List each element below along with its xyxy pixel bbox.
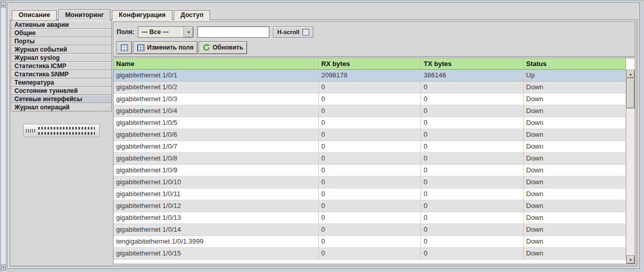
cell-tx: 0 (421, 93, 524, 105)
sidebar-item-active-alarms[interactable]: Активные аварии (11, 20, 112, 29)
table-row[interactable]: tengigabitethernet 1/0/1.399900Down (114, 235, 626, 247)
cell-rx: 0 (318, 200, 421, 212)
scroll-up-button[interactable]: ▲ (626, 70, 635, 78)
sidebar-item-tunnels-state[interactable]: Состояние туннелей (11, 86, 112, 95)
arrow-up-icon: ▲ (629, 72, 633, 76)
table-row[interactable]: gigabitethernet 1/0/200Down (114, 81, 626, 93)
sidebar-item-operations-log[interactable]: Журнал операций (11, 103, 112, 111)
sidebar-list: Активные аварииОбщиеПортыЖурнал событийЖ… (11, 20, 112, 111)
table-row[interactable]: gigabitethernet 1/0/400Down (114, 105, 626, 117)
column-header[interactable]: TX bytes (421, 58, 524, 69)
table-row[interactable]: gigabitethernet 1/0/1500Down (114, 247, 626, 259)
cell-name: gigabitethernet 1/0/11 (114, 188, 318, 200)
sidebar-item-ports[interactable]: Порты (11, 37, 112, 45)
cell-status: Down (523, 140, 626, 152)
cell-name: gigabitethernet 1/0/12 (114, 200, 318, 212)
outer-scroll-up-button[interactable]: ▲ (1, 2, 6, 8)
cell-rx: 0 (318, 152, 421, 164)
cell-tx: 0 (421, 235, 524, 247)
tab-bar: ОписаниеМониторингКонфигурацияДоступ (12, 9, 210, 20)
cell-tx: 0 (421, 152, 524, 164)
cell-name: gigabitethernet 1/0/3 (114, 93, 318, 105)
arrow-down-icon: ▼ (2, 266, 5, 269)
hscroll-group: H-scroll (273, 26, 313, 38)
filter-row: Поля: --- Все --- ▼ H-scroll (117, 25, 632, 39)
switch-ports-graphic (26, 129, 35, 133)
edit-fields-button[interactable]: Изменить поля (133, 41, 198, 54)
table-row[interactable]: gigabitethernet 1/0/1100Down (114, 188, 626, 200)
column-header[interactable]: Status (523, 58, 626, 69)
tab-monitoring[interactable]: Мониторинг (58, 9, 110, 21)
table-row[interactable]: gigabitethernet 1/0/1200Down (114, 200, 626, 212)
cell-rx: 0 (318, 212, 421, 223)
sidebar-item-icmp-stats[interactable]: Статистика ICMP (11, 61, 112, 70)
cell-status: Down (523, 93, 626, 105)
cell-rx: 0 (318, 81, 421, 93)
interface-table-body: gigabitethernet 1/0/12098178386146Upgiga… (114, 69, 626, 259)
cell-rx: 0 (318, 223, 421, 235)
table-row[interactable]: gigabitethernet 1/0/12098178386146Up (114, 69, 626, 81)
sidebar-item-general[interactable]: Общие (11, 28, 112, 37)
scroll-down-button[interactable]: ▼ (626, 255, 635, 264)
hscroll-label: H-scroll (277, 29, 299, 35)
table-row[interactable]: gigabitethernet 1/0/1000Down (114, 176, 626, 188)
table-row[interactable]: gigabitethernet 1/0/800Down (114, 152, 626, 164)
controls-panel: Поля: --- Все --- ▼ H-scroll (113, 22, 635, 57)
cell-name: gigabitethernet 1/0/6 (114, 129, 318, 140)
cell-status: Down (523, 105, 626, 117)
cell-status: Down (523, 81, 626, 93)
refresh-button-label: Обновить (213, 44, 243, 51)
tab-access[interactable]: Доступ (174, 10, 210, 20)
cell-name: gigabitethernet 1/0/14 (114, 223, 318, 235)
cell-name: gigabitethernet 1/0/1 (114, 69, 318, 81)
tab-configuration[interactable]: Конфигурация (112, 10, 172, 20)
cell-tx: 0 (421, 129, 524, 140)
network-interfaces-view: Поля: --- Все --- ▼ H-scroll (112, 20, 637, 266)
chevron-down-icon[interactable]: ▼ (184, 27, 193, 37)
cell-name: gigabitethernet 1/0/13 (114, 212, 318, 223)
sidebar-item-event-log[interactable]: Журнал событий (11, 45, 112, 54)
cell-status: Down (523, 200, 626, 212)
cell-rx: 0 (318, 105, 421, 117)
table-row[interactable]: gigabitethernet 1/0/700Down (114, 140, 626, 152)
cell-rx: 0 (318, 129, 421, 140)
outer-vertical-scrollbar[interactable]: ▲ ▼ (1, 2, 6, 270)
sidebar-item-syslog[interactable]: Журнал syslog (11, 53, 112, 62)
sidebar-item-network-interfaces[interactable]: Сетевые интерфейсы (11, 94, 112, 103)
cell-status: Down (523, 212, 626, 223)
column-header[interactable]: RX bytes (318, 58, 421, 69)
table-row[interactable]: gigabitethernet 1/0/1300Down (114, 212, 626, 223)
cell-rx: 0 (318, 176, 421, 188)
cell-tx: 386146 (421, 69, 524, 81)
hscroll-checkbox[interactable] (302, 29, 309, 36)
edit-fields-button-label: Изменить поля (147, 44, 194, 51)
cell-tx: 0 (421, 200, 524, 212)
cell-tx: 0 (421, 164, 524, 176)
cell-rx: 0 (318, 140, 421, 152)
sidebar-item-snmp-stats[interactable]: Статистика SNMP (11, 70, 112, 78)
cell-tx: 0 (421, 81, 524, 93)
cell-name: gigabitethernet 1/0/7 (114, 140, 318, 152)
filter-input[interactable] (197, 26, 269, 38)
table-row[interactable]: gigabitethernet 1/0/500Down (114, 117, 626, 129)
refresh-button[interactable]: Обновить (199, 41, 247, 54)
table-row[interactable]: gigabitethernet 1/0/900Down (114, 164, 626, 176)
column-header[interactable]: Name (114, 58, 318, 69)
table-vertical-scrollbar[interactable]: ▲ ▼ (626, 70, 635, 264)
table-row[interactable]: gigabitethernet 1/0/600Down (114, 129, 626, 140)
table-view-button[interactable] (117, 41, 132, 54)
outer-scroll-down-button[interactable]: ▼ (1, 264, 6, 270)
sidebar-item-temperature[interactable]: Температура (11, 78, 112, 87)
scrollbar-thumb[interactable] (626, 78, 635, 108)
table-row[interactable]: gigabitethernet 1/0/1400Down (114, 223, 626, 235)
cell-status: Down (523, 247, 626, 259)
fields-combobox[interactable]: --- Все --- ▼ (138, 26, 194, 38)
toolbar: Изменить поля Обновить (117, 39, 632, 54)
sidebar: Активные аварииОбщиеПортыЖурнал событийЖ… (10, 20, 112, 266)
tab-description[interactable]: Описание (12, 10, 57, 20)
cell-status: Down (523, 152, 626, 164)
cell-tx: 0 (421, 105, 524, 117)
cell-status: Down (523, 164, 626, 176)
table-row[interactable]: gigabitethernet 1/0/300Down (114, 93, 626, 105)
cell-tx: 0 (421, 223, 524, 235)
